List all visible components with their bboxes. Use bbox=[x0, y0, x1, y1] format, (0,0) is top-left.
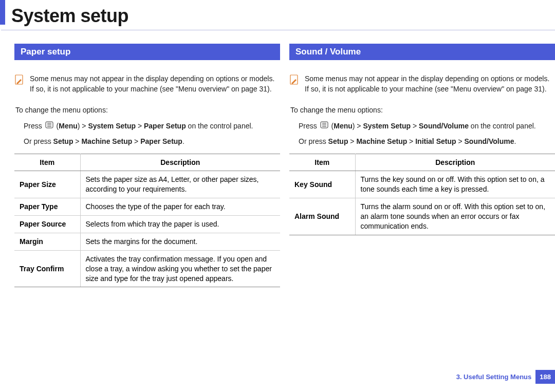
nav-b1: Setup bbox=[328, 137, 348, 145]
item-cell: Tray Confirm bbox=[14, 250, 80, 287]
nav-b3: Initial Setup bbox=[415, 137, 456, 145]
sep: > bbox=[73, 137, 81, 145]
nav-b2: Sound/Volume bbox=[419, 122, 469, 130]
nav-b3: Paper Setup bbox=[140, 137, 182, 145]
table-row: Tray ConfirmActivates the tray confirmat… bbox=[14, 250, 280, 287]
desc-cell: Chooses the type of the paper for each t… bbox=[80, 198, 280, 216]
press-pre: Press bbox=[24, 122, 42, 130]
change-label-right: To change the menu options: bbox=[290, 106, 555, 114]
th-item: Item bbox=[289, 154, 355, 171]
press-pre: Or press bbox=[24, 137, 53, 145]
sep: > bbox=[132, 137, 140, 145]
header-underline bbox=[1, 30, 555, 30]
sep: > bbox=[411, 122, 419, 130]
item-cell: Paper Type bbox=[14, 198, 80, 216]
press-line-1-right: Press (Menu) > System Setup > Sound/Volu… bbox=[299, 121, 555, 132]
sep: > bbox=[136, 122, 144, 130]
th-desc: Description bbox=[80, 154, 280, 171]
nav-b1: Setup bbox=[53, 137, 73, 145]
item-cell: Key Sound bbox=[289, 171, 355, 198]
table-row: Key SoundTurns the key sound on or off. … bbox=[289, 171, 555, 198]
note-text-left: Some menus may not appear in the display… bbox=[30, 73, 278, 95]
menu-button-icon bbox=[45, 121, 53, 132]
svg-rect-5 bbox=[290, 75, 298, 84]
paper-table: Item Description Paper SizeSets the pape… bbox=[14, 154, 280, 287]
menu-label: Menu bbox=[59, 122, 78, 130]
sep: > bbox=[407, 137, 415, 145]
table-header-row: Item Description bbox=[14, 154, 280, 171]
note-icon bbox=[289, 74, 300, 86]
press-pre: Or press bbox=[299, 137, 328, 145]
svg-rect-0 bbox=[15, 75, 23, 84]
nav-b4: Sound/Volume bbox=[465, 137, 514, 145]
nav-b2: Machine Setup bbox=[356, 137, 407, 145]
nav-b1: System Setup bbox=[363, 122, 411, 130]
nav-b2: Machine Setup bbox=[81, 137, 132, 145]
table-header-row: Item Description bbox=[289, 154, 555, 171]
desc-cell: Turns the alarm sound on or off. With th… bbox=[355, 198, 555, 235]
footer-chapter-label: 3. Useful Setting Menus bbox=[456, 373, 532, 381]
press-line-1-left: Press (Menu) > System Setup > Paper Setu… bbox=[24, 121, 280, 132]
sep: ) > bbox=[353, 122, 363, 130]
sep: ) > bbox=[78, 122, 88, 130]
accent-bar bbox=[0, 0, 5, 25]
desc-cell: Sets the paper size as A4, Letter, or ot… bbox=[80, 171, 280, 198]
item-cell: Paper Size bbox=[14, 171, 80, 198]
nav-b1: System Setup bbox=[88, 122, 136, 130]
post: on the control panel. bbox=[469, 122, 536, 130]
page-header: System setup bbox=[0, 0, 555, 30]
desc-cell: Selects from which tray the paper is use… bbox=[80, 215, 280, 233]
note-box-right: Some menus may not appear in the display… bbox=[289, 73, 555, 95]
press-line-2-left: Or press Setup > Machine Setup > Paper S… bbox=[24, 137, 280, 147]
note-icon bbox=[14, 74, 25, 86]
nav-b2: Paper Setup bbox=[144, 122, 186, 130]
item-cell: Alarm Sound bbox=[289, 198, 355, 235]
note-box-left: Some menus may not appear in the display… bbox=[14, 73, 280, 95]
left-column: Paper setup Some menus may not appear in… bbox=[14, 44, 280, 287]
page-title: System setup bbox=[0, 5, 555, 27]
th-desc: Description bbox=[355, 154, 555, 171]
right-column: Sound / Volume Some menus may not appear… bbox=[289, 44, 555, 287]
desc-cell: Sets the margins for the document. bbox=[80, 233, 280, 250]
press-line-2-right: Or press Setup > Machine Setup > Initial… bbox=[299, 137, 555, 147]
note-text-right: Some menus may not appear in the display… bbox=[305, 73, 553, 95]
content-columns: Paper setup Some menus may not appear in… bbox=[0, 30, 555, 287]
section-header-sound: Sound / Volume bbox=[289, 44, 555, 60]
table-row: Paper TypeChooses the type of the paper … bbox=[14, 198, 280, 216]
desc-cell: Activates the tray confirmation message.… bbox=[80, 250, 280, 287]
page-footer: 3. Useful Setting Menus 188 bbox=[456, 370, 555, 384]
change-label-left: To change the menu options: bbox=[15, 106, 280, 114]
item-cell: Margin bbox=[14, 233, 80, 250]
table-row: Paper SourceSelects from which tray the … bbox=[14, 215, 280, 233]
desc-cell: Turns the key sound on or off. With this… bbox=[355, 171, 555, 198]
page-number: 188 bbox=[535, 370, 555, 384]
post: . bbox=[514, 137, 516, 145]
table-row: Alarm SoundTurns the alarm sound on or o… bbox=[289, 198, 555, 235]
sep: > bbox=[456, 137, 465, 145]
th-item: Item bbox=[14, 154, 80, 171]
table-row: MarginSets the margins for the document. bbox=[14, 233, 280, 250]
sep: > bbox=[348, 137, 356, 145]
post: . bbox=[182, 137, 184, 145]
section-header-paper: Paper setup bbox=[14, 44, 280, 60]
sound-table: Item Description Key SoundTurns the key … bbox=[289, 154, 555, 235]
table-row: Paper SizeSets the paper size as A4, Let… bbox=[14, 171, 280, 198]
press-pre: Press bbox=[299, 122, 317, 130]
item-cell: Paper Source bbox=[14, 215, 80, 233]
menu-label: Menu bbox=[334, 122, 353, 130]
menu-button-icon bbox=[320, 121, 328, 132]
post: on the control panel. bbox=[186, 122, 253, 130]
